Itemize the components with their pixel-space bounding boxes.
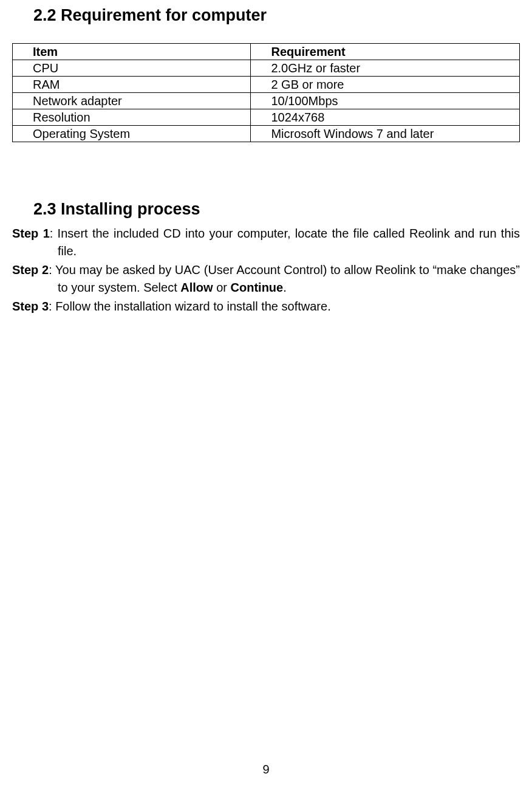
table-header-row: Item Requirement bbox=[13, 44, 520, 60]
requirements-table: Item Requirement CPU 2.0GHz or faster RA… bbox=[12, 43, 520, 142]
table-row: Resolution 1024x768 bbox=[13, 109, 520, 126]
cell-req: 10/100Mbps bbox=[251, 93, 520, 109]
step-label: Step 2 bbox=[12, 263, 49, 276]
step-1: Step 1: Insert the included CD into your… bbox=[12, 225, 520, 260]
table-row: RAM 2 GB or more bbox=[13, 77, 520, 93]
step-continue: Continue bbox=[231, 281, 284, 294]
table-row: Operating System Microsoft Windows 7 and… bbox=[13, 126, 520, 142]
cell-req: 1024x768 bbox=[251, 109, 520, 126]
table-header-req: Requirement bbox=[251, 44, 520, 60]
table-row: Network adapter 10/100Mbps bbox=[13, 93, 520, 109]
section-2-3-heading: 2.3 Installing process bbox=[33, 200, 520, 219]
step-label: Step 1 bbox=[12, 227, 50, 240]
step-text: : Insert the included CD into your compu… bbox=[50, 227, 520, 258]
table-row: CPU 2.0GHz or faster bbox=[13, 60, 520, 77]
step-3: Step 3: Follow the installation wizard t… bbox=[12, 298, 520, 315]
step-label: Step 3 bbox=[12, 300, 49, 313]
section-2-2-heading: 2.2 Requirement for computer bbox=[33, 6, 520, 25]
step-allow: Allow bbox=[180, 281, 213, 294]
step-2: Step 2: You may be asked by UAC (User Ac… bbox=[12, 261, 520, 297]
cell-item: Operating System bbox=[13, 126, 251, 142]
install-steps: Step 1: Insert the included CD into your… bbox=[12, 225, 520, 315]
step-or: or bbox=[213, 281, 231, 294]
page-number: 9 bbox=[0, 763, 532, 777]
cell-req: 2.0GHz or faster bbox=[251, 60, 520, 77]
cell-item: Resolution bbox=[13, 109, 251, 126]
cell-item: CPU bbox=[13, 60, 251, 77]
cell-item: Network adapter bbox=[13, 93, 251, 109]
step-end: . bbox=[283, 281, 287, 294]
table-header-item: Item bbox=[13, 44, 251, 60]
cell-item: RAM bbox=[13, 77, 251, 93]
cell-req: 2 GB or more bbox=[251, 77, 520, 93]
step-text: : Follow the installation wizard to inst… bbox=[49, 300, 331, 313]
cell-req: Microsoft Windows 7 and later bbox=[251, 126, 520, 142]
